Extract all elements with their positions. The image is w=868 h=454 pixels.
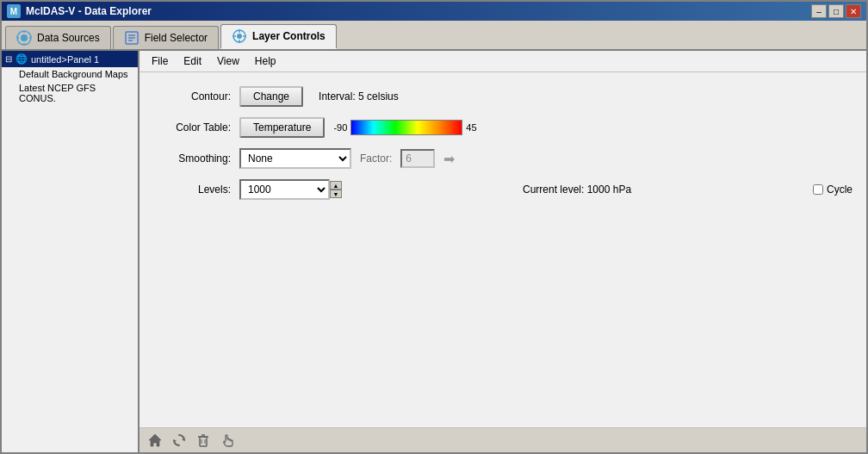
main-panel: File Edit View Help Contour: Change Inte…: [140, 51, 866, 452]
collapse-icon: ⊟: [5, 54, 12, 64]
contour-change-button[interactable]: Change: [239, 86, 303, 107]
menu-file[interactable]: File: [145, 53, 175, 69]
svg-point-1: [21, 34, 28, 41]
apply-smoothing-arrow[interactable]: ➡: [443, 151, 455, 167]
tab-layer-controls-label: Layer Controls: [252, 30, 326, 42]
levels-decrement-button[interactable]: ▼: [330, 190, 342, 198]
factor-label: Factor:: [360, 152, 392, 165]
cycle-label: Cycle: [827, 183, 852, 196]
color-range-min: -90: [333, 122, 347, 133]
title-bar-left: M McIDAS-V - Data Explorer: [7, 4, 152, 18]
maximize-button[interactable]: □: [828, 4, 844, 18]
levels-spinner-buttons: ▲ ▼: [330, 181, 342, 198]
layer-controls-icon: [232, 28, 247, 44]
factor-input[interactable]: [400, 149, 435, 168]
color-table-button[interactable]: Temperature: [239, 117, 325, 138]
levels-increment-button[interactable]: ▲: [330, 181, 342, 190]
color-bar-container: -90 45: [333, 120, 476, 135]
data-sources-icon: [16, 30, 32, 46]
contour-label: Contour:: [153, 90, 231, 103]
tree-item-label: untitled>Panel 1: [31, 54, 99, 65]
tree-item-panel[interactable]: ⊟ 🌐 untitled>Panel 1: [2, 51, 138, 67]
menu-view[interactable]: View: [210, 53, 246, 69]
title-bar: M McIDAS-V - Data Explorer – □ ✕: [2, 2, 866, 21]
menu-edit[interactable]: Edit: [177, 53, 208, 69]
svg-marker-16: [149, 434, 161, 446]
contour-row: Contour: Change Interval: 5 celsius: [153, 86, 852, 107]
color-table-row: Color Table: Temperature -90 45: [153, 117, 852, 138]
title-bar-controls: – □ ✕: [811, 4, 861, 18]
levels-row: Levels: 1000 925 850 700 500 400 300 250…: [153, 179, 852, 200]
globe-icon: 🌐: [16, 53, 28, 65]
sidebar-item-background-maps[interactable]: Default Background Maps: [2, 67, 138, 81]
footer-delete-icon[interactable]: [195, 432, 212, 449]
background-maps-label: Default Background Maps: [19, 69, 128, 79]
color-table-label: Color Table:: [153, 121, 231, 134]
tab-bar: Data Sources Field Selector: [2, 21, 866, 51]
smoothing-row: Smoothing: None Gaussian Tophat Factor: …: [153, 148, 852, 169]
cycle-checkbox[interactable]: [813, 184, 823, 195]
sidebar-item-ncep-gfs[interactable]: Latest NCEP GFS CONUS.: [2, 81, 138, 105]
levels-label: Levels:: [153, 183, 231, 196]
sidebar: ⊟ 🌐 untitled>Panel 1 Default Background …: [2, 51, 140, 452]
minimize-button[interactable]: –: [811, 4, 827, 18]
smoothing-label: Smoothing:: [153, 152, 231, 165]
cycle-container: Cycle: [813, 183, 852, 196]
content-area: ⊟ 🌐 untitled>Panel 1 Default Background …: [2, 51, 866, 452]
app-icon: M: [7, 4, 21, 18]
field-selector-icon: [124, 30, 140, 46]
tab-field-selector-label: Field Selector: [145, 32, 208, 44]
tab-data-sources[interactable]: Data Sources: [5, 26, 111, 49]
footer-bar: [140, 427, 866, 452]
tab-data-sources-label: Data Sources: [37, 32, 100, 44]
window-title: McIDAS-V - Data Explorer: [26, 5, 152, 17]
levels-select[interactable]: 1000 925 850 700 500 400 300 250 200 150…: [239, 179, 330, 200]
levels-spinner: 1000 925 850 700 500 400 300 250 200 150…: [239, 179, 342, 200]
footer-home-icon[interactable]: [146, 432, 164, 449]
smoothing-select[interactable]: None Gaussian Tophat: [239, 148, 351, 169]
tab-layer-controls[interactable]: Layer Controls: [220, 24, 337, 49]
ncep-gfs-label: Latest NCEP GFS CONUS.: [19, 83, 96, 103]
color-bar[interactable]: [350, 120, 462, 135]
tab-field-selector[interactable]: Field Selector: [113, 26, 219, 49]
menu-bar: File Edit View Help: [140, 51, 866, 72]
menu-help[interactable]: Help: [248, 53, 283, 69]
color-range-max: 45: [466, 122, 476, 133]
current-level-text: Current level: 1000 hPa: [523, 183, 631, 196]
close-button[interactable]: ✕: [846, 4, 861, 18]
footer-hand-icon[interactable]: [219, 432, 236, 449]
panel-content: Contour: Change Interval: 5 celsius Colo…: [140, 72, 866, 427]
svg-rect-19: [200, 437, 207, 446]
main-window: M McIDAS-V - Data Explorer – □ ✕ Data So…: [0, 0, 868, 454]
svg-point-11: [237, 34, 242, 39]
interval-text: Interval: 5 celsius: [319, 90, 399, 103]
footer-refresh-icon[interactable]: [170, 432, 188, 449]
